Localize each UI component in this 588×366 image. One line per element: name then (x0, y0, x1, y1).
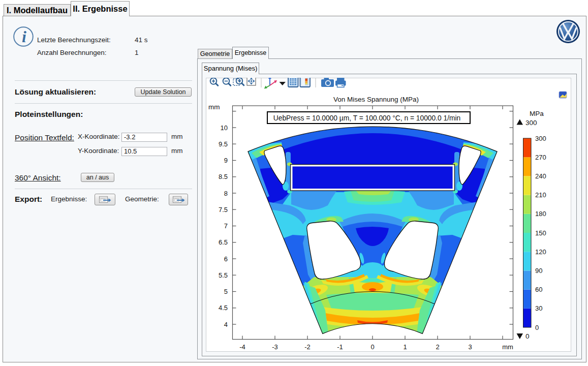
svg-text:7.5: 7.5 (219, 206, 228, 214)
svg-text:9: 9 (224, 157, 228, 164)
svg-text:i: i (22, 27, 26, 46)
svg-text:300: 300 (525, 119, 537, 127)
svg-text:60: 60 (535, 286, 542, 293)
svg-text:-3: -3 (272, 343, 278, 351)
svg-text:0: 0 (535, 324, 539, 331)
svg-text:7: 7 (224, 222, 228, 230)
svg-text:8.5: 8.5 (219, 173, 228, 180)
svg-text:MPa: MPa (530, 110, 544, 117)
svg-text:6: 6 (224, 255, 228, 263)
svg-text:mm: mm (502, 343, 513, 351)
svg-text:30: 30 (535, 304, 542, 312)
svg-text:3: 3 (468, 343, 472, 351)
svg-text:mm: mm (208, 103, 220, 111)
svg-text:240: 240 (535, 172, 546, 180)
svg-text:4.5: 4.5 (219, 304, 228, 312)
svg-text:180: 180 (535, 210, 546, 218)
svg-text:0: 0 (525, 332, 530, 340)
svg-text:-4: -4 (239, 343, 245, 351)
svg-text:Von Mises Spannung (MPa): Von Mises Spannung (MPa) (333, 96, 419, 103)
svg-text:8: 8 (224, 190, 228, 197)
svg-text:1: 1 (403, 343, 407, 351)
svg-text:9.5: 9.5 (219, 140, 228, 148)
svg-text:270: 270 (535, 154, 546, 161)
svg-text:5: 5 (224, 288, 228, 295)
svg-text:5.5: 5.5 (219, 271, 228, 279)
svg-text:6.5: 6.5 (219, 238, 228, 246)
svg-text:10: 10 (221, 124, 228, 132)
svg-text:90: 90 (535, 267, 542, 274)
svg-text:210: 210 (535, 191, 546, 199)
svg-text:-1: -1 (337, 343, 343, 351)
svg-text:300: 300 (535, 135, 546, 142)
svg-text:2: 2 (436, 343, 439, 351)
svg-text:150: 150 (535, 229, 546, 237)
svg-text:UebPress = 10.0000 µm, T = 100: UebPress = 10.0000 µm, T = 100.000 °C, n… (273, 114, 460, 122)
svg-text:-2: -2 (304, 343, 311, 351)
svg-text:0: 0 (370, 343, 374, 351)
svg-text:4: 4 (224, 321, 228, 328)
svg-text:120: 120 (535, 248, 546, 256)
